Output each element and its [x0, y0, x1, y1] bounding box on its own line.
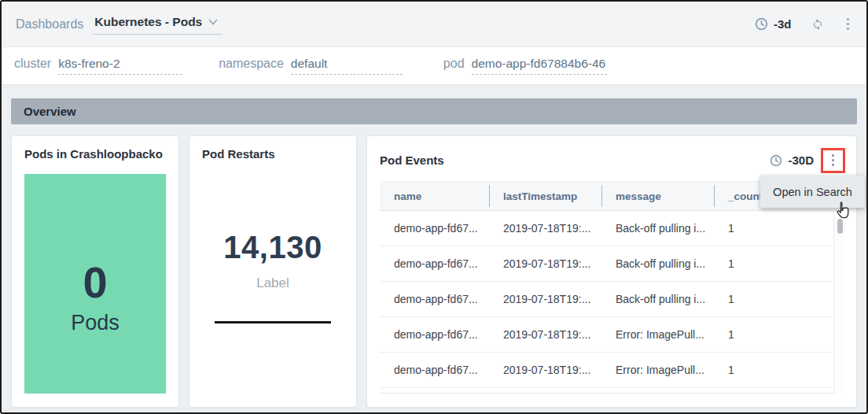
- column-header-name[interactable]: name: [380, 182, 489, 210]
- table-row[interactable]: demo-app-fd67... 2019-07-18T19:... Error…: [380, 353, 845, 388]
- cell-name: demo-app-fd67...: [380, 364, 489, 376]
- top-bar: Dashboards Kubernetes - Pods -3d: [2, 2, 866, 47]
- filter-pod-input[interactable]: demo-app-fd67884b6-46: [472, 57, 607, 75]
- pod-restarts-label: Label: [256, 275, 289, 291]
- kebab-menu-icon[interactable]: [844, 17, 853, 32]
- global-time-range-value: -3d: [774, 17, 792, 31]
- panel-pod-events-title: Pod Events: [380, 153, 444, 167]
- cell-lasttimestamp: 2019-07-18T19:...: [489, 328, 601, 341]
- pod-events-actions: -30D: [770, 148, 845, 173]
- filter-bar: cluster k8s-freno-2 namespace default po…: [2, 47, 866, 85]
- app-label: Dashboards: [16, 17, 83, 31]
- panel-pod-restarts-title: Pod Restarts: [202, 147, 344, 161]
- refresh-icon[interactable]: [811, 17, 825, 31]
- cell-count: 1: [714, 222, 845, 235]
- column-header-message[interactable]: message: [601, 182, 714, 210]
- annotation-highlight-box: [821, 148, 845, 173]
- filter-cluster-label: cluster: [14, 57, 51, 71]
- cell-name: demo-app-fd67...: [380, 293, 489, 305]
- filter-namespace: namespace default: [219, 57, 403, 75]
- clock-icon: [770, 154, 782, 167]
- pod-restarts-body: 14,130 Label: [202, 161, 344, 323]
- cell-count: 1: [714, 364, 845, 376]
- cell-message: Error: ImagePull...: [601, 328, 714, 341]
- sparkline: [215, 321, 331, 323]
- cell-lasttimestamp: 2019-07-18T19:...: [489, 257, 601, 270]
- context-menu: Open in Search: [760, 176, 865, 208]
- cell-name: demo-app-fd67...: [380, 328, 489, 341]
- panel-pods-crashloop-title: Pods in Crashloopbacko: [24, 147, 166, 161]
- panel-time-range-picker[interactable]: -30D: [770, 153, 814, 167]
- table-row[interactable]: demo-app-fd67... 2019-07-18T19:... Back-…: [380, 211, 845, 246]
- dashboard-selector[interactable]: Kubernetes - Pods: [93, 13, 223, 35]
- cell-message: Back-off pulling i...: [601, 222, 714, 235]
- dashboard-screen: Dashboards Kubernetes - Pods -3d: [0, 0, 868, 414]
- cell-lasttimestamp: 2019-07-18T19:...: [489, 293, 601, 305]
- panel-pods-crashloop: Pods in Crashloopbacko 0 Pods: [11, 135, 179, 408]
- table-row[interactable]: demo-app-fd67... 2019-07-18T19:... Error…: [380, 317, 845, 353]
- single-value-green-box: 0 Pods: [24, 174, 166, 394]
- cell-message: Error: ImagePull...: [601, 364, 714, 376]
- pod-events-header: Pod Events -30D: [380, 147, 845, 173]
- chevron-down-icon: [208, 19, 218, 25]
- cell-count: 1: [714, 293, 845, 305]
- cell-message: Back-off pulling i...: [601, 293, 714, 305]
- cell-lasttimestamp: 2019-07-18T19:...: [489, 364, 601, 376]
- filter-cluster: cluster k8s-freno-2: [14, 57, 182, 75]
- column-header-lasttimestamp[interactable]: lastTimestamp: [489, 182, 601, 210]
- global-time-range-picker[interactable]: -3d: [755, 17, 792, 31]
- panel-kebab-menu-icon[interactable]: [829, 153, 838, 168]
- panel-row: Pods in Crashloopbacko 0 Pods Pod Restar…: [11, 135, 857, 408]
- table-row[interactable]: demo-app-fd67... 2019-07-18T19:... Back-…: [380, 246, 845, 282]
- section-title: Overview: [24, 105, 76, 118]
- filter-pod-label: pod: [443, 57, 465, 71]
- cell-message: Back-off pulling i...: [601, 257, 714, 270]
- top-bar-actions: -3d: [755, 17, 852, 32]
- cell-count: 1: [714, 257, 845, 270]
- panel-pod-restarts: Pod Restarts 14,130 Label: [189, 135, 357, 408]
- cell-lasttimestamp: 2019-07-18T19:...: [489, 222, 601, 235]
- crashloop-unit: Pods: [71, 311, 120, 335]
- table-row[interactable]: demo-app-fd67... 2019-07-18T19:... Back-…: [380, 282, 845, 317]
- panel-time-range-value: -30D: [788, 153, 814, 167]
- cell-count: 1: [714, 328, 845, 341]
- filter-pod: pod demo-app-fd67884b6-46: [443, 57, 607, 75]
- crashloop-value: 0: [83, 261, 107, 305]
- filter-namespace-label: namespace: [219, 57, 284, 71]
- clock-icon: [755, 17, 768, 31]
- cell-name: demo-app-fd67...: [380, 222, 489, 235]
- dashboard-title: Kubernetes - Pods: [94, 15, 202, 29]
- table-row-partial: [380, 388, 845, 394]
- section-header-overview: Overview: [11, 98, 857, 124]
- menu-item-open-in-search[interactable]: Open in Search: [773, 186, 852, 198]
- scrollbar-thumb[interactable]: [837, 219, 843, 234]
- filter-namespace-input[interactable]: default: [291, 57, 403, 75]
- pod-events-table: name lastTimestamp message _count demo-a…: [380, 181, 845, 394]
- pod-restarts-value: 14,130: [223, 230, 322, 265]
- cell-name: demo-app-fd67...: [380, 257, 489, 270]
- table-scrollbar[interactable]: [833, 212, 845, 394]
- filter-cluster-input[interactable]: k8s-freno-2: [58, 57, 182, 75]
